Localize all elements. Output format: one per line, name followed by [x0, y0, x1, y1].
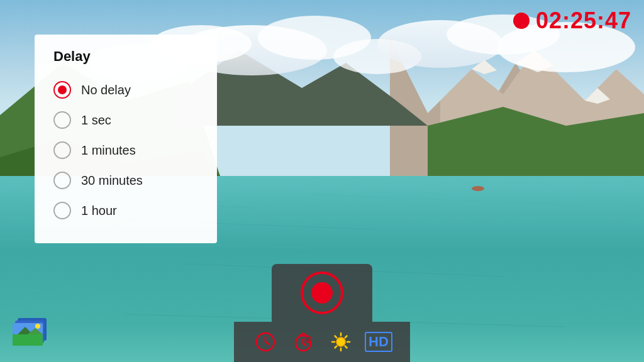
record-button-inner	[311, 282, 333, 304]
radio-1-sec	[53, 111, 71, 129]
brightness-icon[interactable]	[322, 328, 360, 356]
delay-title: Delay	[53, 48, 198, 65]
gallery-icon[interactable]	[13, 313, 52, 349]
record-button[interactable]	[301, 272, 343, 314]
record-button-container	[272, 264, 372, 322]
svg-line-41	[303, 343, 306, 346]
radio-30-minutes	[53, 172, 71, 189]
delay-option-no-delay[interactable]: No delay	[53, 76, 198, 104]
option-label-1-hour: 1 hour	[81, 204, 117, 218]
radio-1-minutes	[53, 141, 71, 159]
delay-option-1-minutes[interactable]: 1 minutes	[53, 136, 198, 164]
clock-icon[interactable]	[247, 328, 284, 356]
svg-line-51	[345, 336, 347, 338]
delay-icon[interactable]: 2	[284, 328, 322, 356]
recording-time: 02:25:47	[536, 8, 631, 34]
radio-1-hour	[53, 202, 71, 219]
hd-badge: HD	[365, 332, 392, 353]
radio-no-delay	[53, 81, 71, 99]
svg-line-50	[345, 346, 347, 348]
delay-option-1-hour[interactable]: 1 hour	[53, 197, 198, 224]
svg-point-26	[472, 186, 484, 191]
svg-point-33	[35, 324, 40, 329]
hd-icon[interactable]: HD	[360, 328, 397, 356]
svg-line-52	[335, 346, 337, 348]
delay-options-list: No delay1 sec1 minutes30 minutes1 hour	[53, 76, 198, 224]
sub-toolbar: 2 HD	[234, 322, 410, 362]
option-label-30-minutes: 30 minutes	[81, 173, 143, 188]
delay-option-30-minutes[interactable]: 30 minutes	[53, 167, 198, 194]
recording-dot	[513, 13, 530, 29]
delay-option-1-sec[interactable]: 1 sec	[53, 106, 198, 134]
svg-line-38	[265, 342, 269, 344]
svg-text:2: 2	[307, 338, 309, 343]
svg-point-44	[336, 337, 345, 346]
delay-panel: Delay No delay1 sec1 minutes30 minutes1 …	[35, 35, 217, 243]
option-label-no-delay: No delay	[81, 83, 131, 97]
recording-indicator: 02:25:47	[513, 8, 631, 34]
option-label-1-minutes: 1 minutes	[81, 143, 136, 158]
radio-inner-no-delay	[58, 85, 67, 94]
svg-line-49	[335, 336, 337, 338]
bottom-toolbar: 2 HD	[234, 264, 410, 362]
option-label-1-sec: 1 sec	[81, 113, 111, 128]
svg-rect-35	[13, 344, 43, 346]
